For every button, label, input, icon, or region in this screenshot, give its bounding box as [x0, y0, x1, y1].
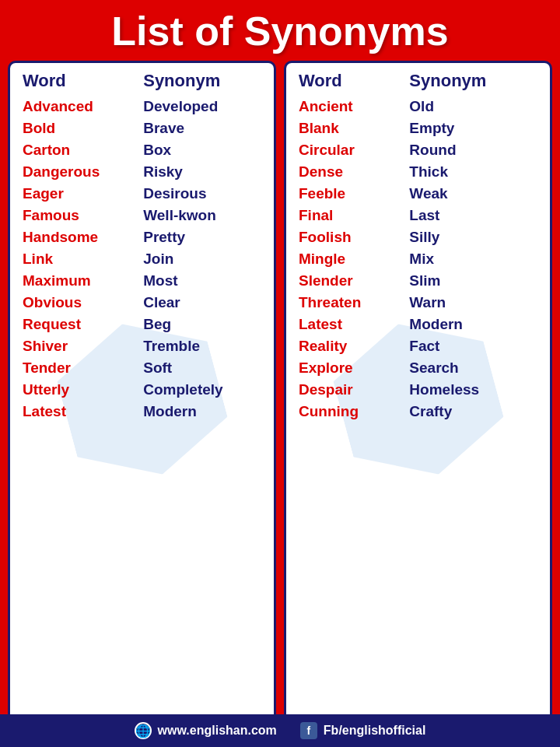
globe-icon: 🌐 [135, 722, 152, 739]
table-row: Slender Slim [296, 270, 541, 292]
table-row: Link Join [19, 248, 264, 270]
word-cell: Obvious [19, 292, 140, 314]
table-row: Cunning Crafty [296, 401, 541, 423]
synonym-cell: Crafty [406, 401, 541, 423]
synonym-cell: Developed [140, 96, 264, 117]
table-row: Despair Homeless [296, 379, 541, 401]
table-row: Eager Desirous [19, 183, 264, 205]
left-header-word: Word [19, 69, 140, 96]
table-row: Ancient Old [296, 96, 541, 117]
synonym-cell: Old [406, 96, 541, 117]
word-cell: Carton [19, 139, 140, 161]
table-row: Handsome Pretty [19, 226, 264, 248]
synonym-cell: Homeless [406, 379, 541, 401]
word-cell: Shiver [19, 335, 140, 357]
word-cell: Maximum [19, 270, 140, 292]
table-row: Mingle Mix [296, 248, 541, 270]
right-table: Word Synonym Ancient Old Blank Empty Cir… [296, 69, 541, 423]
left-header-synonym: Synonym [140, 69, 264, 96]
synonym-cell: Weak [406, 183, 541, 205]
word-cell: Slender [296, 270, 406, 292]
word-cell: Final [296, 205, 406, 226]
word-cell: Bold [19, 117, 140, 139]
right-header-word: Word [296, 69, 406, 96]
table-row: Obvious Clear [19, 292, 264, 314]
table-row: Tender Soft [19, 357, 264, 379]
table-row: Carton Box [19, 139, 264, 161]
synonym-cell: Tremble [140, 335, 264, 357]
synonym-cell: Pretty [140, 226, 264, 248]
footer-website: 🌐 www.englishan.com [135, 722, 277, 739]
word-cell: Dense [296, 161, 406, 183]
synonym-cell: Fact [406, 335, 541, 357]
title-bar: List of Synonyms [0, 0, 560, 61]
word-cell: Despair [296, 379, 406, 401]
page-title: List of Synonyms [0, 8, 560, 54]
word-cell: Latest [296, 314, 406, 335]
table-row: Foolish Silly [296, 226, 541, 248]
footer-social: f Fb/englishofficial [300, 722, 426, 739]
table-row: Explore Search [296, 357, 541, 379]
table-row: Feeble Weak [296, 183, 541, 205]
synonym-cell: Last [406, 205, 541, 226]
word-cell: Foolish [296, 226, 406, 248]
synonym-cell: Mix [406, 248, 541, 270]
word-cell: Request [19, 314, 140, 335]
word-cell: Tender [19, 357, 140, 379]
left-panel: Word Synonym Advanced Developed Bold Bra… [8, 61, 276, 738]
synonym-cell: Desirous [140, 183, 264, 205]
table-row: Famous Well-kwon [19, 205, 264, 226]
word-cell: Eager [19, 183, 140, 205]
word-cell: Utterly [19, 379, 140, 401]
word-cell: Blank [296, 117, 406, 139]
synonym-cell: Warn [406, 292, 541, 314]
word-cell: Ancient [296, 96, 406, 117]
right-header-synonym: Synonym [406, 69, 541, 96]
synonym-cell: Risky [140, 161, 264, 183]
word-cell: Link [19, 248, 140, 270]
table-row: Dense Thick [296, 161, 541, 183]
table-row: Advanced Developed [19, 96, 264, 117]
word-cell: Advanced [19, 96, 140, 117]
synonym-cell: Clear [140, 292, 264, 314]
word-cell: Explore [296, 357, 406, 379]
table-row: Utterly Completely [19, 379, 264, 401]
synonym-cell: Soft [140, 357, 264, 379]
word-cell: Feeble [296, 183, 406, 205]
table-row: Maximum Most [19, 270, 264, 292]
synonym-cell: Thick [406, 161, 541, 183]
synonym-cell: Round [406, 139, 541, 161]
synonym-cell: Join [140, 248, 264, 270]
table-row: Request Beg [19, 314, 264, 335]
table-row: Dangerous Risky [19, 161, 264, 183]
synonym-cell: Box [140, 139, 264, 161]
synonym-cell: Modern [406, 314, 541, 335]
table-row: Circular Round [296, 139, 541, 161]
word-cell: Mingle [296, 248, 406, 270]
word-cell: Reality [296, 335, 406, 357]
word-cell: Circular [296, 139, 406, 161]
table-row: Threaten Warn [296, 292, 541, 314]
facebook-icon: f [300, 722, 317, 739]
website-url: www.englishan.com [158, 724, 277, 738]
table-row: Reality Fact [296, 335, 541, 357]
synonym-cell: Beg [140, 314, 264, 335]
word-cell: Threaten [296, 292, 406, 314]
table-row: Latest Modern [19, 401, 264, 423]
table-row: Final Last [296, 205, 541, 226]
word-cell: Cunning [296, 401, 406, 423]
word-cell: Famous [19, 205, 140, 226]
synonym-cell: Brave [140, 117, 264, 139]
synonym-cell: Modern [140, 401, 264, 423]
word-cell: Handsome [19, 226, 140, 248]
synonym-cell: Most [140, 270, 264, 292]
social-handle: Fb/englishofficial [324, 724, 426, 738]
synonym-cell: Silly [406, 226, 541, 248]
table-row: Bold Brave [19, 117, 264, 139]
table-row: Latest Modern [296, 314, 541, 335]
table-row: Shiver Tremble [19, 335, 264, 357]
synonym-cell: Slim [406, 270, 541, 292]
right-panel: Word Synonym Ancient Old Blank Empty Cir… [284, 61, 552, 738]
main-content: Word Synonym Advanced Developed Bold Bra… [0, 61, 560, 738]
table-row: Blank Empty [296, 117, 541, 139]
